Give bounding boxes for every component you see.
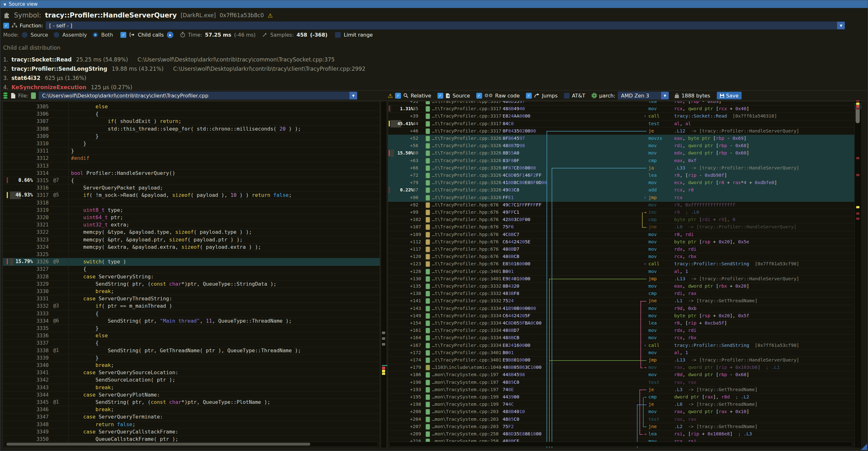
source-line-row[interactable]: 3339 } <box>3 354 380 362</box>
assembly-vscrollbar[interactable] <box>854 101 862 448</box>
asm-row[interactable]: +186…mon\TracySystem.cpp:197448B4598movr… <box>388 371 854 379</box>
source-checkbox[interactable]: ✓ <box>437 93 443 99</box>
function-checkbox[interactable]: ✓ <box>3 23 9 29</box>
source-line-row[interactable]: 46.93%3317@5 if( !m_sock->Read( &payload… <box>3 191 380 199</box>
source-line-row[interactable]: 3332@3 if( ptr == m_mainThread ) <box>3 302 380 310</box>
source-line-row[interactable]: 3333 { <box>3 310 380 318</box>
chevron-down-icon[interactable]: ▼ <box>837 22 845 29</box>
asm-row[interactable]: +141…t\TracyProfiler.cpp:33327524jne.L1 … <box>388 297 854 305</box>
save-button[interactable]: Save <box>717 92 742 99</box>
asm-row[interactable]: 1.31%+35…t\TracyProfiler.cpp:3317488B494… <box>388 105 854 113</box>
source-line-row[interactable]: 3323 memcpy( &ptr, &payload.ptr, sizeof(… <box>3 236 380 244</box>
source-pane[interactable]: 3305 else3306 {3307 if( shouldExit ) ret… <box>3 101 380 448</box>
asm-row[interactable]: +193…mon\TracySystem.cpp:197740Eje.L3 ->… <box>388 386 854 394</box>
asm-row[interactable]: +167…t\TracyProfiler.cpp:3334E824160000‹… <box>388 342 854 350</box>
source-line-row[interactable]: 3336 else <box>3 332 380 339</box>
limit-range-checkbox[interactable] <box>335 32 341 38</box>
source-line-row[interactable]: 3329 SendString( ptr, (const char*)ptr, … <box>3 280 380 288</box>
assembly-vscrollbar-thumb[interactable] <box>856 107 860 123</box>
asm-row[interactable]: +123…t\TracyProfiler.hpp:676E850160000‹c… <box>388 260 854 268</box>
march-combo[interactable]: AMD Zen 3 ▼ <box>618 91 669 100</box>
asm-row[interactable]: +102…t\TracyProfiler.hpp:67642803C0F00cm… <box>388 216 854 223</box>
asm-row[interactable]: +164…t\TracyProfiler.cpp:3334488BCBmovrc… <box>388 334 854 342</box>
asm-row[interactable]: +112…t\TracyProfiler.hpp:676C64424205Emo… <box>388 238 854 246</box>
jumps-checkbox[interactable]: ✓ <box>526 93 532 99</box>
asm-row[interactable]: 45.41%+44…t\TracyProfiler.cpp:331784C0te… <box>388 120 854 128</box>
child-call-item[interactable]: 1.tracy::Socket::Read25.25 ms (54.89%)C:… <box>3 55 335 64</box>
source-line-row[interactable]: 3310 } <box>3 140 380 147</box>
asm-row[interactable]: +92…t\TracyProfiler.hpp:67649C7C1FFFFFFF… <box>388 201 854 209</box>
source-line-row[interactable]: 3344 case ServerQueryPlotName: <box>3 391 380 399</box>
source-line-row[interactable]: 3320 uint64_t ptr; <box>3 214 380 221</box>
asm-row[interactable]: +107…t\TracyProfiler.hpp:67675F6jne.L0 -… <box>388 223 854 231</box>
source-line-row[interactable]: 15.79%3326@9 switch( type ) <box>3 258 380 266</box>
asm-row[interactable]: +72…t\TracyProfiler.cpp:33264C8D05F146F2… <box>388 172 854 179</box>
asm-row[interactable]: +120…t\TracyProfiler.hpp:676488BCBmovrcx… <box>388 253 854 261</box>
att-checkbox[interactable] <box>564 93 570 99</box>
asm-row[interactable]: +63…t\TracyProfiler.cpp:332683F80Fcmpeax… <box>388 157 854 165</box>
chevron-down-icon[interactable]: ▼ <box>349 92 357 99</box>
asm-row[interactable]: +179…1103\include\atomic:1048488B05B63C1… <box>388 364 854 371</box>
asm-row[interactable]: +209…mon\TracySystem.cpp:258488D35E88610… <box>388 430 854 438</box>
asm-row[interactable]: +31…t\TracyProfiler.cpp:3317488D5597lear… <box>388 101 854 106</box>
assembly-pane[interactable]: +31…t\TracyProfiler.cpp:3317488D5597lear… <box>388 101 855 448</box>
child-calls-checkbox[interactable]: ✓ <box>120 32 126 38</box>
assembly-hscrollbar[interactable] <box>389 442 852 447</box>
source-line-row[interactable]: 3343 break; <box>3 384 380 391</box>
resize-grip-icon[interactable] <box>861 444 867 450</box>
source-line-row[interactable]: 3337 { <box>3 339 380 347</box>
asm-row[interactable]: +128…t\TracyProfiler.cpp:3401B001moval, … <box>388 268 854 275</box>
asm-row[interactable]: +117…t\TracyProfiler.hpp:676488BD7movrdx… <box>388 246 854 253</box>
asm-row[interactable]: +190…mon\TracySystem.cpp:1974885C0testra… <box>388 379 854 386</box>
asm-row[interactable]: 15.50%+60…t\TracyProfiler.cpp:33268B55A0… <box>388 149 854 157</box>
source-hscrollbar[interactable] <box>4 442 378 447</box>
source-line-row[interactable]: 3340 break; <box>3 361 380 369</box>
source-line-row[interactable]: 3319 uint8_t type; <box>3 206 380 214</box>
source-line-row[interactable]: 3347 case ServerQueryTerminate: <box>3 413 380 421</box>
source-line-row[interactable]: 3324 memcpy( &extra, &payload.extra, siz… <box>3 243 380 251</box>
source-line-row[interactable]: 3331 case ServerQueryThreadString: <box>3 295 380 303</box>
asm-row[interactable]: +204…mon\TracySystem.cpp:2034885C0testra… <box>388 416 854 423</box>
raw-code-checkbox[interactable]: ✓ <box>476 93 482 99</box>
asm-row[interactable]: +174…t\TracyProfiler.cpp:3401E9B8010000j… <box>388 356 854 364</box>
function-combo[interactable]: [ - self - ] ▼ <box>45 21 845 30</box>
source-line-row[interactable]: 3335 } <box>3 325 380 332</box>
source-line-row[interactable]: 3321 uint32_t extra; <box>3 221 380 229</box>
file-color-swatch[interactable] <box>31 92 36 99</box>
source-line-row[interactable]: 3322 memcpy( &type, &payload.type, sizeo… <box>3 229 380 236</box>
source-line-row[interactable]: 3345@1 SendString( ptr, (const char*)ptr… <box>3 398 380 406</box>
source-line-row[interactable]: 3318 <box>3 199 380 207</box>
source-line-row[interactable]: 3313 <box>3 162 380 170</box>
asm-row[interactable]: +109…t\TracyProfiler.hpp:6764C8BC7movr8,… <box>388 231 854 239</box>
asm-row[interactable]: +195…mon\TracySystem.cpp:199443900→cmpdw… <box>388 393 854 401</box>
source-line-row[interactable]: 3308 std::this_thread::sleep_for( std::c… <box>3 125 380 133</box>
source-line-row[interactable]: 3311} <box>3 147 380 155</box>
asm-row[interactable]: +99…t\TracyProfiler.hpp:67649FFC1→incr9 … <box>388 209 854 216</box>
child-call-item[interactable]: 3.stat64i32625 μs (1.36%) <box>3 74 86 82</box>
source-line-row[interactable]: 3334@6 SendString( ptr, "Main thread", 1… <box>3 317 380 325</box>
source-hscrollbar-thumb[interactable] <box>6 443 310 446</box>
asm-row[interactable]: +207…mon\TracySystem.cpp:20375F2jne.L2 -… <box>388 423 854 431</box>
asm-row[interactable]: +90…t\TracyProfiler.cpp:3326FFE1‹jmprcx <box>388 194 854 202</box>
mode-radio-both[interactable] <box>92 32 98 38</box>
mode-radio-source[interactable] <box>22 32 28 38</box>
asm-row[interactable]: +200…mon\TracySystem.cpp:203488B4010movr… <box>388 408 854 416</box>
source-line-row[interactable]: 3330 break; <box>3 288 380 295</box>
source-line-row[interactable]: 3309 } <box>3 132 380 140</box>
relative-checkbox[interactable]: ✓ <box>395 93 401 99</box>
asm-row[interactable]: +161…t\TracyProfiler.cpp:3334488BD7movrd… <box>388 327 854 334</box>
asm-row[interactable]: +66…t\TracyProfiler.cpp:33260F87CE060000… <box>388 164 854 172</box>
source-line-row[interactable]: 3314bool Profiler::HandleServerQuery() <box>3 170 380 177</box>
chevron-down-icon[interactable]: ▼ <box>661 92 669 99</box>
source-line-row[interactable]: 3305 else <box>3 103 380 111</box>
asm-row[interactable]: +79…t\TracyProfiler.cpp:3326418B8C80E0BF… <box>388 179 854 187</box>
child-call-item[interactable]: 4.KeSynchronizeExecution125 μs (0.27%) <box>3 83 132 90</box>
source-vscrollbar[interactable] <box>381 101 387 448</box>
source-line-row[interactable]: 3316 ServerQueryPacket payload; <box>3 184 380 192</box>
asm-row[interactable]: +154…t\TracyProfiler.cpp:33344C8D055FBA0… <box>388 320 854 327</box>
source-line-row[interactable]: 3327 { <box>3 265 380 273</box>
asm-row[interactable]: +39…t\TracyProfiler.cpp:3317E824AA0000‹c… <box>388 113 854 120</box>
collapse-triangle-icon[interactable]: ▼ <box>3 3 6 7</box>
source-line-row[interactable]: 3312#endif <box>3 154 380 162</box>
source-line-row[interactable]: 3342 SendSourceLocation( ptr ); <box>3 376 380 384</box>
